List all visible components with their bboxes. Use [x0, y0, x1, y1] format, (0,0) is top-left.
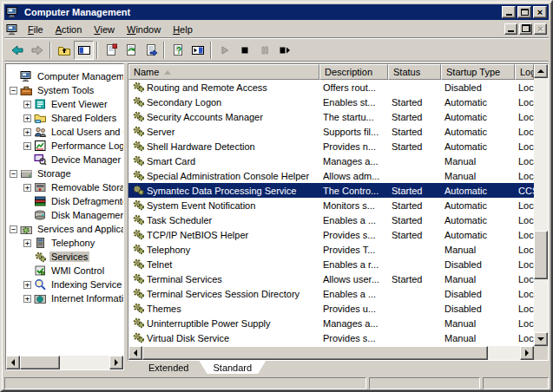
export-list-button[interactable] — [141, 41, 161, 60]
help-button[interactable]: ? — [168, 41, 188, 60]
service-row-themes[interactable]: ThemesProvides u...DisabledLoca — [128, 301, 534, 316]
service-row-terminal-services[interactable]: Terminal ServicesAllows user...StartedMa… — [128, 271, 534, 286]
expand-icon[interactable]: + — [23, 114, 31, 122]
scroll-left-button[interactable] — [128, 346, 142, 360]
menu-view[interactable]: View — [88, 23, 121, 36]
column-header-status[interactable]: Status — [388, 64, 441, 80]
service-row-terminal-services-session-directory[interactable]: Terminal Services Session DirectoryEnabl… — [128, 286, 534, 301]
expand-icon[interactable]: + — [23, 101, 31, 108]
scroll-up-button[interactable] — [534, 64, 548, 78]
menu-help[interactable]: Help — [167, 23, 199, 36]
refresh-button[interactable] — [121, 41, 141, 60]
show-console-tree-button[interactable] — [74, 41, 94, 60]
column-header-startup-type[interactable]: Startup Type — [441, 64, 515, 80]
cell-text: Automatic — [444, 141, 487, 152]
vertical-scrollbar[interactable] — [534, 64, 548, 346]
pause-service-button[interactable] — [254, 41, 274, 60]
stop-service-button[interactable] — [234, 41, 254, 60]
service-row-tcp-ip-netbios-helper[interactable]: TCP/IP NetBIOS HelperProvides s...Starte… — [128, 227, 534, 242]
tree-item-performance-logs-and-alerts[interactable]: +Performance Logs and Alerts — [6, 139, 123, 153]
minimize-button[interactable] — [502, 6, 516, 18]
service-row-special-administration-console-helper[interactable]: Special Administration Console HelperAll… — [128, 168, 534, 183]
start-service-button[interactable] — [214, 41, 234, 60]
tab-extended[interactable]: Extended — [135, 361, 202, 374]
expand-icon[interactable]: + — [23, 295, 31, 303]
menu-action[interactable]: Action — [49, 23, 89, 36]
collapse-icon[interactable]: − — [10, 170, 17, 178]
expand-icon[interactable]: + — [23, 184, 31, 192]
service-row-shell-hardware-detection[interactable]: Shell Hardware DetectionProvides n...Sta… — [128, 139, 534, 154]
show-action-pane-button[interactable] — [188, 41, 207, 60]
column-header-log-on-as[interactable]: Log On As — [515, 64, 534, 80]
service-row-virtual-disk-service[interactable]: Virtual Disk ServiceProvides s...ManualL… — [128, 330, 534, 345]
menu-window[interactable]: Window — [121, 23, 167, 36]
tree-item-local-users-and-groups[interactable]: +Local Users and Groups — [6, 125, 123, 139]
tree-item-device-manager[interactable]: Device Manager — [6, 153, 123, 167]
tree-item-disk-management[interactable]: Disk Management — [6, 208, 123, 222]
collapse-icon[interactable]: − — [10, 87, 17, 95]
tree-item-internet-information-services[interactable]: +Internet Information Services — [6, 291, 123, 305]
restart-service-button[interactable] — [274, 41, 294, 60]
scroll-down-button[interactable] — [534, 332, 548, 346]
column-header-name[interactable]: Name — [128, 64, 319, 80]
tree-item-computer-management[interactable]: Computer Management — [6, 69, 123, 83]
tree-item-wmi-control[interactable]: WMI Control — [6, 264, 123, 278]
child-restore-button[interactable] — [519, 23, 532, 35]
console-tree-icon — [77, 43, 91, 57]
up-one-level-button[interactable] — [54, 41, 74, 60]
menu-file[interactable]: File — [22, 23, 49, 36]
properties-button[interactable] — [101, 41, 121, 60]
service-row-secondary-logon[interactable]: Secondary LogonEnables st...StartedAutom… — [128, 95, 534, 109]
tab-standard[interactable]: Standard — [199, 361, 266, 374]
tree-item-event-viewer[interactable]: +Event Viewer — [6, 97, 123, 111]
cell-name: Terminal Services Session Directory — [128, 287, 319, 301]
service-row-system-event-notification[interactable]: System Event NotificationMonitors s...St… — [128, 198, 534, 212]
service-row-telephony[interactable]: TelephonyProvides T...ManualLoca — [128, 242, 534, 257]
expand-icon[interactable]: + — [23, 128, 31, 136]
service-row-security-accounts-manager[interactable]: Security Accounts ManagerThe startu...St… — [128, 109, 534, 124]
service-row-task-scheduler[interactable]: Task SchedulerEnables a ...StartedAutoma… — [128, 212, 534, 227]
cell-text: Loca — [518, 289, 534, 299]
service-row-uninterruptible-power-supply[interactable]: Uninterruptible Power SupplyManages a...… — [128, 316, 534, 330]
tree-item-indexing-service[interactable]: +Indexing Service — [6, 278, 123, 291]
child-minimize-button[interactable] — [504, 23, 517, 35]
cell-text: Loca — [518, 82, 534, 93]
expand-icon[interactable]: + — [23, 281, 31, 289]
column-header-description[interactable]: Description — [319, 64, 388, 80]
service-row-symantec-data-processing-service[interactable]: Symantec Data Processing ServiceThe Cont… — [128, 183, 534, 198]
scroll-thumb[interactable] — [534, 231, 548, 279]
tree-horizontal-scrollbar[interactable] — [6, 356, 123, 369]
service-row-routing-and-remote-access[interactable]: Routing and Remote AccessOffers rout...D… — [128, 80, 534, 95]
child-restore-icon — [522, 24, 530, 32]
scroll-thumb[interactable] — [20, 356, 60, 369]
forward-button[interactable] — [27, 41, 47, 60]
expand-icon[interactable]: + — [23, 239, 31, 247]
tree-item-telephony[interactable]: +Telephony — [6, 236, 123, 250]
service-row-server[interactable]: ServerSupports fil...StartedAutomaticLoc… — [128, 124, 534, 139]
shared-folders-icon — [34, 112, 47, 124]
collapse-icon[interactable]: − — [10, 225, 17, 233]
tree-item-label: Internet Information Services — [49, 293, 123, 304]
back-button[interactable] — [7, 41, 27, 60]
tree-item-system-tools[interactable]: −System Tools — [6, 83, 123, 97]
expand-icon[interactable]: + — [23, 142, 31, 150]
service-row-smart-card[interactable]: Smart CardManages a...ManualLoca — [128, 154, 534, 168]
tree-item-removable-storage[interactable]: +Removable Storage — [6, 180, 123, 194]
scroll-right-button[interactable] — [109, 356, 123, 369]
tree-item-services[interactable]: Services — [6, 250, 123, 264]
maximize-button[interactable] — [517, 6, 531, 18]
tree-item-shared-folders[interactable]: +Shared Folders — [6, 111, 123, 125]
child-close-button[interactable]: × — [534, 23, 547, 35]
list-horizontal-scrollbar[interactable] — [128, 346, 534, 360]
close-button[interactable]: × — [533, 6, 547, 18]
tree-item-storage[interactable]: −Storage — [6, 167, 123, 180]
tree-item-services-and-applications[interactable]: −Services and Applications — [6, 222, 123, 236]
scroll-left-button[interactable] — [6, 356, 20, 369]
cell-text: Shell Hardware Detection — [147, 141, 255, 152]
scroll-thumb[interactable] — [142, 346, 488, 360]
tree-item-disk-defragmenter[interactable]: Disk Defragmenter — [6, 194, 123, 208]
service-row-telnet[interactable]: TelnetEnables a r...DisabledLoca — [128, 257, 534, 271]
view-tabs: ExtendedStandard — [128, 361, 549, 374]
tree-item-label: Computer Management — [36, 71, 123, 82]
scroll-right-button[interactable] — [520, 346, 534, 360]
